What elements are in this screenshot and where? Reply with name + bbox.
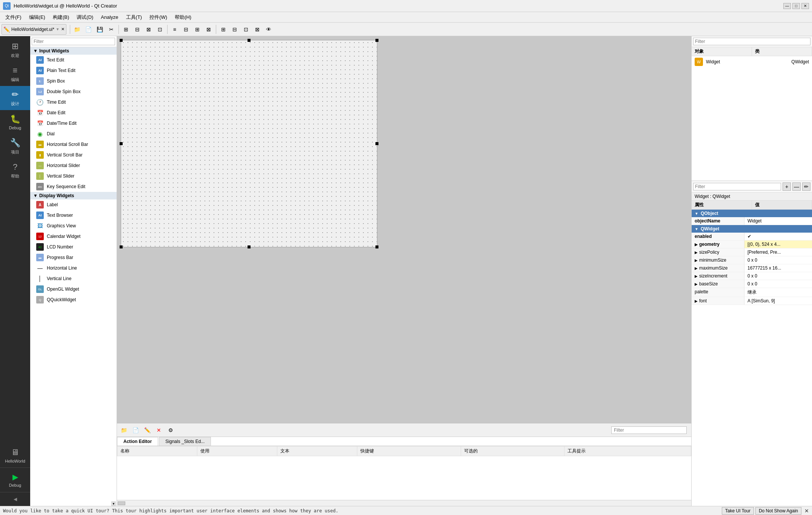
- sidebar-collapse-btn[interactable]: ◀: [14, 492, 17, 506]
- prop-geometry[interactable]: ▶geometry [(0, 0), 524 x 4...: [692, 241, 812, 248]
- widget-item-graphicsview[interactable]: 🖼 Graphics View: [30, 221, 117, 231]
- toolbar-grid1[interactable]: ⊞: [218, 24, 229, 35]
- widget-item-timeedit[interactable]: 🕐 Time Edit: [30, 97, 117, 107]
- prop-maximumsize[interactable]: ▶maximumSize 16777215 x 16...: [692, 264, 812, 272]
- sidebar-item-project[interactable]: 🔧 项目: [0, 134, 30, 158]
- toolbar-btn2[interactable]: ⊟: [132, 24, 143, 35]
- group-qobject[interactable]: ▼ QObject: [692, 210, 812, 217]
- handle-mid-right[interactable]: [375, 142, 378, 145]
- design-canvas-area[interactable]: [117, 36, 691, 423]
- toolbar-btn1[interactable]: ⊞: [121, 24, 131, 35]
- menu-widgets[interactable]: 控件(W): [146, 13, 171, 21]
- font-expand[interactable]: ▶: [695, 299, 698, 303]
- toolbar-btn4[interactable]: ⊡: [155, 24, 165, 35]
- file-tab[interactable]: ✏️ HelloWorld/widget.ui* ▼ ✕: [2, 24, 66, 35]
- widget-item-hslider[interactable]: — Horizontal Slider: [30, 160, 117, 171]
- widget-item-doublespinbox[interactable]: 1.2 Double Spin Box: [30, 86, 117, 97]
- category-input-widgets[interactable]: ▼ Input Widgets: [30, 47, 117, 55]
- sidebar-item-welcome[interactable]: ⊞ 欢迎: [0, 38, 30, 62]
- toolbar-grid2[interactable]: ⊟: [229, 24, 240, 35]
- object-filter-input[interactable]: [693, 38, 810, 45]
- category-display-widgets[interactable]: ▼ Display Widgets: [30, 192, 117, 199]
- tab-signals-slots[interactable]: Signals _Slots Ed...: [159, 437, 211, 446]
- scrollbar-thumb[interactable]: [118, 501, 125, 505]
- design-canvas[interactable]: [121, 40, 377, 247]
- sidebar-item-help[interactable]: ? 帮助: [0, 158, 30, 182]
- object-row[interactable]: W Widget QWidget: [692, 56, 812, 67]
- toolbar-preview[interactable]: 👁: [263, 24, 274, 35]
- menu-help[interactable]: 帮助(H): [171, 13, 195, 21]
- handle-top-right[interactable]: [375, 39, 378, 42]
- widget-item-vline[interactable]: │ Vertical Line: [30, 273, 117, 284]
- menu-file[interactable]: 文件(F): [2, 13, 25, 21]
- sizeincrement-expand[interactable]: ▶: [695, 274, 698, 278]
- toolbar-btn3[interactable]: ⊠: [143, 24, 154, 35]
- widget-item-dial[interactable]: ◉ Dial: [30, 129, 117, 139]
- prop-basesize[interactable]: ▶baseSize 0 x 0: [692, 280, 812, 288]
- handle-bottom-right[interactable]: [375, 245, 378, 248]
- widget-item-vslider[interactable]: │ Vertical Slider: [30, 171, 117, 181]
- take-tour-button[interactable]: Take UI Tour: [722, 507, 754, 515]
- widget-item-calendar[interactable]: 12 Calendar Widget: [30, 231, 117, 242]
- action-add-btn[interactable]: 📁: [118, 425, 129, 435]
- widget-item-label[interactable]: A Label: [30, 199, 117, 210]
- maximize-button[interactable]: □: [792, 3, 800, 9]
- widget-item-progressbar[interactable]: ▬ Progress Bar: [30, 252, 117, 263]
- widget-item-datetimeedit[interactable]: 📅 Date/Time Edit: [30, 118, 117, 129]
- tab-action-editor[interactable]: Action Editor: [117, 437, 158, 446]
- prop-objectname[interactable]: objectName Widget: [692, 217, 812, 225]
- tab-close-btn[interactable]: ✕: [61, 27, 65, 32]
- widget-filter-input[interactable]: [32, 38, 115, 45]
- prop-enabled[interactable]: enabled ✔: [692, 233, 812, 241]
- toolbar-align3[interactable]: ⊞: [192, 24, 203, 35]
- widget-item-textedit[interactable]: AI Text Edit: [30, 55, 117, 65]
- widget-item-vscrollbar[interactable]: ▮ Vertical Scroll Bar: [30, 150, 117, 160]
- prop-palette[interactable]: palette 继承: [692, 288, 812, 297]
- menu-debug[interactable]: 调试(D): [73, 13, 97, 21]
- maxsize-expand[interactable]: ▶: [695, 266, 698, 270]
- group-qwidget[interactable]: ▼ QWidget: [692, 225, 812, 233]
- basesize-expand[interactable]: ▶: [695, 282, 698, 286]
- prop-minimumsize[interactable]: ▶minimumSize 0 x 0: [692, 256, 812, 264]
- widget-item-qquick[interactable]: Q QQuickWidget: [30, 294, 117, 305]
- sidebar-item-helloworld[interactable]: 🖥 HelloWorld: [0, 443, 30, 467]
- toolbar-grid4[interactable]: ⊠: [252, 24, 263, 35]
- widget-item-keysequence[interactable]: abc Key Sequence Edit: [30, 181, 117, 192]
- widget-item-textbrowser[interactable]: AI Text Browser: [30, 210, 117, 221]
- widget-item-opengl[interactable]: GL OpenGL Widget: [30, 284, 117, 294]
- props-edit-btn[interactable]: ✏: [802, 182, 810, 191]
- props-filter-input[interactable]: [693, 183, 781, 190]
- minsize-expand[interactable]: ▶: [695, 258, 698, 262]
- widget-item-dateedit[interactable]: 📅 Date Edit: [30, 107, 117, 118]
- action-new-btn[interactable]: 📄: [130, 425, 141, 435]
- prop-font[interactable]: ▶font A [SimSun, 9]: [692, 297, 812, 305]
- toolbar-cut-btn[interactable]: ✂: [106, 24, 117, 35]
- handle-bottom-center[interactable]: [248, 245, 251, 248]
- widget-list-scrollbar[interactable]: ▼: [30, 501, 117, 506]
- widget-item-lcdnumber[interactable]: 42 LCD Number: [30, 242, 117, 252]
- prop-sizepolicy[interactable]: ▶sizePolicy [Preferred, Pre...: [692, 248, 812, 256]
- geometry-expand[interactable]: ▶: [695, 242, 698, 247]
- widget-item-plaintextedit[interactable]: AI Plain Text Edit: [30, 65, 117, 76]
- prop-sizeincrement[interactable]: ▶sizeIncrement 0 x 0: [692, 272, 812, 280]
- action-edit-btn[interactable]: ✏️: [142, 425, 152, 435]
- close-button[interactable]: ✕: [801, 3, 809, 9]
- action-delete-btn[interactable]: ✕: [154, 425, 164, 435]
- handle-top-left[interactable]: [120, 39, 123, 42]
- props-minus-btn[interactable]: —: [792, 182, 801, 191]
- widget-item-hline[interactable]: — Horizontal Line: [30, 263, 117, 273]
- menu-analyze[interactable]: Analyze: [97, 14, 122, 21]
- widget-item-hscrollbar[interactable]: ▬ Horizontal Scroll Bar: [30, 139, 117, 150]
- widget-item-spinbox[interactable]: 1: Spin Box: [30, 76, 117, 86]
- sizepolicy-expand[interactable]: ▶: [695, 250, 698, 254]
- toolbar-align1[interactable]: ≡: [169, 24, 180, 35]
- bottom-filter-input[interactable]: [611, 426, 687, 434]
- bottom-scrollbar[interactable]: [117, 500, 691, 506]
- toolbar-grid3[interactable]: ⊡: [241, 24, 251, 35]
- handle-bottom-left[interactable]: [120, 245, 123, 248]
- sidebar-item-edit[interactable]: ≡ 编辑: [0, 62, 30, 86]
- toolbar-align2[interactable]: ⊟: [181, 24, 191, 35]
- no-show-button[interactable]: Do Not Show Again: [755, 507, 801, 515]
- toolbar-open-btn[interactable]: 📁: [72, 24, 83, 35]
- menu-build[interactable]: 构建(B): [49, 13, 73, 21]
